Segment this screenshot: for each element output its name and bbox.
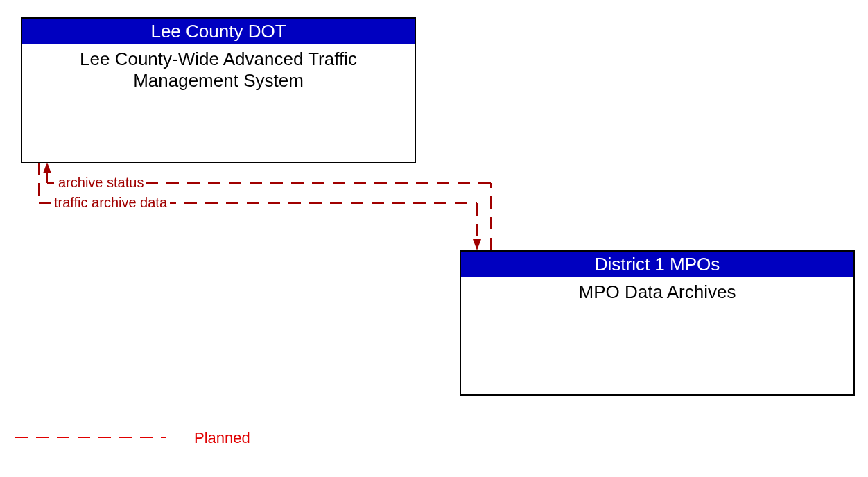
entity-body-lee-county-atms: Lee County-Wide Advanced Traffic Managem… bbox=[22, 44, 415, 96]
legend-planned-label: Planned bbox=[194, 429, 250, 447]
flow-label-archive-status: archive status bbox=[55, 175, 146, 191]
entity-header-lee-county-dot: Lee County DOT bbox=[22, 19, 415, 44]
svg-marker-3 bbox=[43, 162, 51, 173]
svg-marker-7 bbox=[473, 239, 481, 250]
entity-body-mpo-data-archives: MPO Data Archives bbox=[461, 277, 853, 307]
flow-label-traffic-archive-data: traffic archive data bbox=[51, 195, 170, 211]
entity-header-district-1-mpos: District 1 MPOs bbox=[461, 252, 853, 277]
entity-district-1-mpos: District 1 MPOs MPO Data Archives bbox=[460, 250, 855, 396]
entity-lee-county-dot: Lee County DOT Lee County-Wide Advanced … bbox=[21, 17, 416, 163]
